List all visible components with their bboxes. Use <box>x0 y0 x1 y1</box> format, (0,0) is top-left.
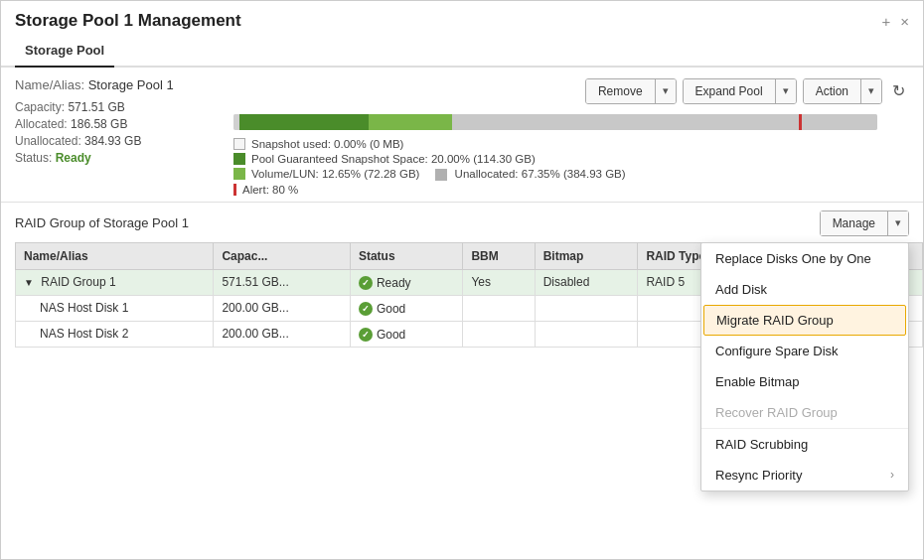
col-header-status: Status <box>350 242 463 269</box>
pb-volume <box>369 114 452 130</box>
dropdown-label-configure-spare: Configure Spare Disk <box>715 344 839 358</box>
row-bitmap <box>535 321 638 347</box>
legend-unalloc-icon-wrap: Unallocated: 67.35% (384.93 GB) <box>435 168 625 181</box>
remove-button[interactable]: Remove <box>586 79 655 103</box>
check-icon: ✓ <box>359 302 373 316</box>
dropdown-item-enable-bitmap[interactable]: Enable Bitmap <box>701 366 908 397</box>
title-bar: Storage Pool 1 Management + × <box>1 1 923 37</box>
legend-guaranteed-icon <box>233 153 245 165</box>
tab-storage-pool[interactable]: Storage Pool <box>15 37 114 68</box>
dropdown-item-recover-raid: Recover RAID Group <box>701 397 908 428</box>
pb-alert-marker <box>799 114 802 130</box>
unallocated-value: 384.93 GB <box>84 134 141 148</box>
remove-dropdown-arrow[interactable]: ▾ <box>655 79 676 103</box>
status-icon-group: ✓ Ready <box>359 276 411 290</box>
legend-alert-icon <box>233 184 236 196</box>
row-name: NAS Host Disk 1 <box>16 295 214 321</box>
dropdown-label-resync-priority: Resync Priority <box>715 468 802 483</box>
expand-pool-button-split[interactable]: Expand Pool ▾ <box>683 78 797 104</box>
top-section: Name/Alias: Storage Pool 1 Capacity: 571… <box>1 68 923 202</box>
chevron-right-icon: › <box>890 468 894 482</box>
pool-info: Name/Alias: Storage Pool 1 Capacity: 571… <box>15 77 214 202</box>
window-title: Storage Pool 1 Management <box>15 11 241 31</box>
row-capacity: 200.00 GB... <box>214 295 351 321</box>
section-title: RAID Group of Storage Pool 1 <box>15 215 189 230</box>
pb-unalloc <box>452 114 877 130</box>
row-status: ✓ Good <box>350 321 463 347</box>
main-window: Storage Pool 1 Management + × Storage Po… <box>0 0 924 560</box>
chart-legend: Snapshot used: 0.00% (0 MB) Pool Guarant… <box>233 138 909 196</box>
status-icon-child2: ✓ Good <box>359 328 405 342</box>
col-header-capacity: Capac... <box>214 242 351 269</box>
dropdown-item-resync-priority[interactable]: Resync Priority › <box>701 460 908 490</box>
col-header-bbm: BBM <box>463 242 535 269</box>
legend-snapshot-text: Snapshot used: 0.00% (0 MB) <box>251 138 403 150</box>
unallocated-row: Unallocated: 384.93 GB <box>15 134 214 148</box>
legend-guaranteed: Pool Guaranteed Snapshot Space: 20.00% (… <box>233 153 909 165</box>
dropdown-item-replace-disks[interactable]: Replace Disks One by One <box>701 243 908 274</box>
row-name: ▼ RAID Group 1 <box>16 269 214 295</box>
dropdown-item-migrate-raid[interactable]: Migrate RAID Group <box>703 305 906 336</box>
legend-unalloc-icon <box>435 169 447 181</box>
window-controls: + × <box>881 13 909 30</box>
dropdown-item-configure-spare[interactable]: Configure Spare Disk <box>701 336 908 366</box>
row-bbm: Yes <box>463 269 535 295</box>
section-header: RAID Group of Storage Pool 1 Manage ▾ Re… <box>1 202 923 242</box>
refresh-button[interactable]: ↻ <box>888 77 909 104</box>
dropdown-label-migrate-raid: Migrate RAID Group <box>716 313 834 328</box>
allocated-label: Allocated: <box>15 117 68 131</box>
row-status: ✓ Ready <box>350 269 463 295</box>
col-header-bitmap: Bitmap <box>535 242 638 269</box>
status-label: Status: <box>15 151 52 165</box>
legend-volume: Volume/LUN: 12.65% (72.28 GB) Unallocate… <box>233 168 909 181</box>
capacity-row: Capacity: 571.51 GB <box>15 100 214 114</box>
legend-guaranteed-text: Pool Guaranteed Snapshot Space: 20.00% (… <box>251 153 536 165</box>
dropdown-item-add-disk[interactable]: Add Disk <box>701 274 908 305</box>
legend-alert-text: Alert: 80 % <box>242 184 298 196</box>
capacity-value: 571.51 GB <box>68 100 124 114</box>
legend-snapshot-icon <box>233 138 245 150</box>
action-button-split[interactable]: Action ▾ <box>803 78 882 104</box>
row-bbm <box>463 295 535 321</box>
action-button[interactable]: Action <box>804 79 860 103</box>
status-value: Ready <box>56 151 91 165</box>
action-dropdown-arrow[interactable]: ▾ <box>860 79 881 103</box>
pb-guaranteed <box>239 114 369 130</box>
legend-volume-icon <box>233 168 245 180</box>
check-icon: ✓ <box>359 328 373 342</box>
main-content: Name/Alias: Storage Pool 1 Capacity: 571… <box>1 68 923 559</box>
close-icon[interactable]: × <box>900 13 909 30</box>
legend-snapshot: Snapshot used: 0.00% (0 MB) <box>233 138 909 150</box>
chart-area: Snapshot used: 0.00% (0 MB) Pool Guarant… <box>233 114 909 202</box>
expand-arrow-icon[interactable]: ▼ <box>24 277 34 288</box>
col-header-name: Name/Alias <box>16 242 214 269</box>
row-bitmap <box>535 295 638 321</box>
dropdown-item-raid-scrubbing[interactable]: RAID Scrubbing <box>701 429 908 460</box>
legend-unalloc-text: Unallocated: 67.35% (384.93 GB) <box>455 168 626 180</box>
check-icon: ✓ <box>359 276 373 290</box>
toolbar: Remove ▾ Expand Pool ▾ Action ▾ ↻ <box>233 77 909 104</box>
manage-btn-wrap: Manage ▾ Replace Disks One by One Add Di… <box>820 210 909 236</box>
unallocated-label: Unallocated: <box>15 134 81 148</box>
expand-pool-button[interactable]: Expand Pool <box>684 79 775 103</box>
legend-alert: Alert: 80 % <box>233 184 909 196</box>
remove-button-split[interactable]: Remove ▾ <box>585 78 677 104</box>
name-alias-value: Storage Pool 1 <box>88 77 174 92</box>
maximize-icon[interactable]: + <box>881 13 890 30</box>
capacity-label: Capacity: <box>15 100 65 114</box>
manage-button[interactable]: Manage <box>821 211 887 235</box>
legend-volume-text: Volume/LUN: 12.65% (72.28 GB) <box>251 168 419 180</box>
name-alias-row: Name/Alias: Storage Pool 1 <box>15 77 214 92</box>
manage-dropdown-arrow[interactable]: ▾ <box>887 211 908 235</box>
dropdown-label-replace-disks: Replace Disks One by One <box>715 251 871 266</box>
row-bbm <box>463 321 535 347</box>
right-section: Remove ▾ Expand Pool ▾ Action ▾ ↻ <box>233 77 909 202</box>
manage-button-split[interactable]: Manage ▾ <box>820 210 909 236</box>
tabs-bar: Storage Pool <box>1 37 923 68</box>
row-capacity: 571.51 GB... <box>214 269 351 295</box>
dropdown-label-raid-scrubbing: RAID Scrubbing <box>715 437 808 452</box>
expand-pool-dropdown-arrow[interactable]: ▾ <box>775 79 796 103</box>
status-icon-child1: ✓ Good <box>359 302 405 316</box>
progress-bar <box>233 114 877 130</box>
row-capacity: 200.00 GB... <box>214 321 351 347</box>
